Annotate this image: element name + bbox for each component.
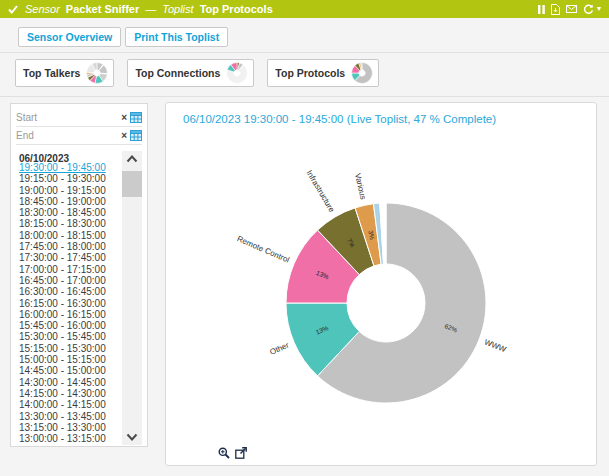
time-period-item[interactable]: 18:00:00 - 18:15:00 <box>19 230 123 241</box>
time-period-item[interactable]: 13:15:00 - 13:30:00 <box>19 422 123 433</box>
start-calendar-icon[interactable] <box>130 112 142 123</box>
breadcrumb-separator: — <box>145 3 156 15</box>
time-period-item[interactable]: 15:00:00 - 15:15:00 <box>19 354 123 365</box>
tab-label: Top Protocols <box>275 67 345 79</box>
time-period-item[interactable]: 17:45:00 - 18:00:00 <box>19 241 123 252</box>
time-period-item[interactable]: 13:00:00 - 13:15:00 <box>19 433 123 444</box>
scroll-down-icon[interactable] <box>122 429 142 445</box>
scrollbar-thumb[interactable] <box>122 171 142 197</box>
print-toplist-button[interactable]: Print This Toplist <box>125 27 228 47</box>
time-period-item[interactable]: 15:45:00 - 16:00:00 <box>19 320 123 331</box>
slice-name-label: Remote Control <box>236 234 291 265</box>
toplist-label: Toplist <box>162 3 193 15</box>
end-date-input[interactable] <box>16 130 118 141</box>
start-date-input[interactable] <box>16 112 118 123</box>
time-period-item[interactable]: 19:00:00 - 19:15:00 <box>19 185 123 196</box>
slice-name-label: Other <box>268 340 290 356</box>
top-protocols-minipie-icon <box>351 62 373 84</box>
toplist-chart-panel: 06/10/2023 19:30:00 - 19:45:00 (Live Top… <box>165 102 597 466</box>
time-list-scrollbar[interactable] <box>122 151 142 445</box>
time-period-item[interactable]: 16:30:00 - 16:45:00 <box>19 286 123 297</box>
start-date-row: × <box>16 109 142 127</box>
end-calendar-icon[interactable] <box>130 130 142 141</box>
time-period-item[interactable]: 17:30:00 - 17:45:00 <box>19 252 123 263</box>
time-period-item[interactable]: 19:15:00 - 19:30:00 <box>19 173 123 184</box>
slice-name-label: Various <box>353 173 368 201</box>
tab-top-talkers[interactable]: Top Talkers <box>15 59 114 87</box>
time-period-item[interactable]: 15:30:00 - 15:45:00 <box>19 331 123 342</box>
start-clear-icon[interactable]: × <box>121 113 127 123</box>
time-period-item[interactable]: 18:15:00 - 18:30:00 <box>19 218 123 229</box>
end-clear-icon[interactable]: × <box>121 131 127 141</box>
status-check-icon <box>8 5 18 14</box>
time-period-item[interactable]: 14:30:00 - 14:45:00 <box>19 377 123 388</box>
slice-name-label: WWW <box>483 337 508 354</box>
tab-top-connections[interactable]: Top Connections <box>127 59 254 87</box>
time-period-item[interactable]: 14:15:00 - 14:30:00 <box>19 388 123 399</box>
top-talkers-minipie-icon <box>86 62 108 84</box>
time-period-item[interactable]: 16:45:00 - 17:00:00 <box>19 275 123 286</box>
refresh-icon[interactable] <box>583 4 594 15</box>
time-period-item[interactable]: 17:00:00 - 17:15:00 <box>19 264 123 275</box>
toplist-name: Top Protocols <box>200 3 273 15</box>
sensor-label: Sensor <box>25 3 60 15</box>
sensor-header-bar: Sensor Packet Sniffer — Toplist Top Prot… <box>0 0 609 18</box>
time-period-item[interactable]: 19:30:00 - 19:45:00 <box>19 162 123 173</box>
email-icon[interactable] <box>566 5 577 13</box>
zoom-icon[interactable] <box>218 447 230 459</box>
time-period-item[interactable]: 14:00:00 - 14:15:00 <box>19 399 123 410</box>
time-period-item[interactable]: 18:45:00 - 19:00:00 <box>19 196 123 207</box>
filter-panel: × × 06/10/2023 19:30:00 - 19:45:0019:15:… <box>10 103 148 447</box>
tab-label: Top Talkers <box>23 67 80 79</box>
time-period-item[interactable]: 14:45:00 - 15:00:00 <box>19 365 123 376</box>
header-action-icons: ▾ <box>538 4 601 15</box>
time-period-item[interactable]: 16:15:00 - 16:30:00 <box>19 298 123 309</box>
chart-corner-actions <box>218 447 247 459</box>
toplist-tabs-bar: Top Talkers Top Connections Top Protocol… <box>0 52 609 97</box>
sensor-name-breadcrumb[interactable]: Packet Sniffer <box>66 3 139 15</box>
sensor-overview-button[interactable]: Sensor Overview <box>18 27 121 47</box>
time-period-list: 19:30:00 - 19:45:0019:15:00 - 19:30:0019… <box>19 162 123 444</box>
end-date-row: × <box>16 127 142 145</box>
tab-label: Top Connections <box>135 67 220 79</box>
time-period-item[interactable]: 16:00:00 - 16:15:00 <box>19 309 123 320</box>
report-icon[interactable] <box>551 4 560 15</box>
top-connections-minipie-icon <box>226 62 248 84</box>
time-period-item[interactable]: 13:30:00 - 13:45:00 <box>19 411 123 422</box>
slice-name-label: Infrastructure <box>305 169 337 215</box>
pause-icon[interactable] <box>538 5 545 14</box>
scroll-up-icon[interactable] <box>122 151 142 167</box>
time-period-item[interactable]: 15:15:00 - 15:30:00 <box>19 343 123 354</box>
tab-top-protocols[interactable]: Top Protocols <box>267 59 379 87</box>
external-link-icon[interactable] <box>235 447 247 459</box>
toolbar: Sensor Overview Print This Toplist <box>18 27 228 47</box>
time-period-item[interactable]: 18:30:00 - 18:45:00 <box>19 207 123 218</box>
refresh-menu-caret-icon[interactable]: ▾ <box>597 5 601 13</box>
protocols-donut-chart: 62%WWW13%Other13%Remote Control7%Infrast… <box>166 103 598 467</box>
